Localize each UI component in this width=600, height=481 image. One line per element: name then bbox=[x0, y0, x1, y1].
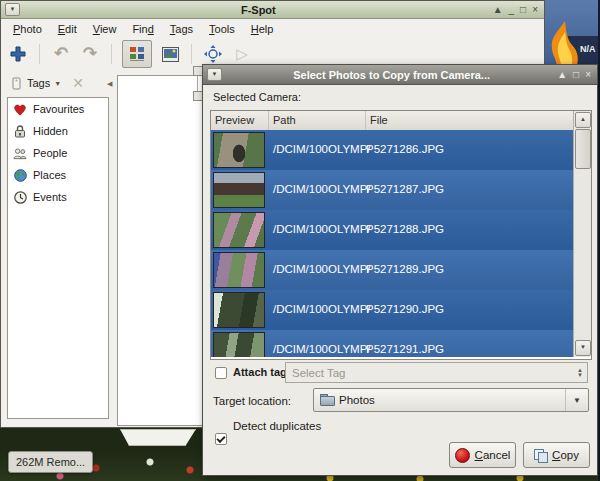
photo-file: P5271289.JPG bbox=[366, 263, 444, 275]
list-header: Preview Path File bbox=[211, 111, 573, 131]
photo-path: /DCIM/100OLYMP/ bbox=[273, 183, 371, 195]
main-window-titlebar[interactable]: ▼ F-Spot ▲ _ □ × bbox=[1, 1, 544, 19]
menu-tags[interactable]: Tags bbox=[164, 21, 199, 37]
column-header-path[interactable]: Path bbox=[269, 111, 366, 130]
target-location-value: Photos bbox=[335, 394, 565, 406]
select-tag-value: Select Tag bbox=[286, 367, 577, 379]
tags-selector-button[interactable]: Tags ▼ bbox=[7, 75, 64, 92]
scrollbar-thumb[interactable] bbox=[575, 129, 591, 169]
detect-duplicates-checkbox[interactable] bbox=[215, 433, 227, 445]
browse-view-button[interactable] bbox=[122, 40, 152, 68]
cancel-button[interactable]: Cancel bbox=[449, 442, 516, 468]
list-scrollbar[interactable]: ▲ ▼ bbox=[573, 111, 591, 357]
main-window-title: F-Spot bbox=[24, 4, 493, 16]
dialog-title: Select Photos to Copy from Camera... bbox=[226, 69, 557, 81]
menu-find[interactable]: Find bbox=[126, 21, 159, 37]
close-button[interactable]: × bbox=[585, 70, 591, 80]
dialog-titlebar[interactable]: ▼ Select Photos to Copy from Camera... ▲… bbox=[203, 65, 597, 85]
tags-sidebar: FavouritesHiddenPeoplePlacesEvents bbox=[7, 97, 109, 419]
copy-button[interactable]: Copy bbox=[523, 442, 590, 468]
delete-tag-button[interactable]: ✕ bbox=[72, 75, 84, 91]
redo-icon: ↷ bbox=[83, 45, 97, 63]
target-location-dropdown[interactable]: Photos ▼ bbox=[313, 388, 589, 412]
menu-edit[interactable]: Edit bbox=[52, 21, 83, 37]
sidebar-item-hidden[interactable]: Hidden bbox=[8, 120, 108, 142]
photo-file: P5271286.JPG bbox=[366, 143, 444, 155]
heart-icon bbox=[13, 102, 27, 116]
window-menu-button[interactable]: ▼ bbox=[207, 68, 222, 81]
desktop-widget-text: N/A bbox=[580, 44, 596, 54]
tag-icon bbox=[10, 77, 23, 90]
table-row[interactable]: /DCIM/100OLYMP/P5271290.JPG bbox=[211, 290, 573, 330]
minimize-button[interactable]: _ bbox=[509, 5, 515, 15]
add-photos-button[interactable] bbox=[7, 43, 29, 65]
globe-icon bbox=[13, 168, 27, 182]
column-header-file[interactable]: File bbox=[366, 111, 573, 130]
menu-tools[interactable]: Tools bbox=[203, 21, 241, 37]
sidebar-item-places[interactable]: Places bbox=[8, 164, 108, 186]
photo-thumbnail bbox=[213, 212, 265, 248]
triangle-down-icon: ▼ bbox=[212, 71, 218, 77]
photo-path: /DCIM/100OLYMP/ bbox=[273, 223, 371, 235]
edit-image-view-icon bbox=[162, 47, 179, 62]
maximize-button[interactable]: □ bbox=[520, 5, 526, 15]
clock-icon bbox=[13, 190, 27, 204]
maximize-button[interactable]: □ bbox=[573, 70, 579, 80]
photo-thumbnail bbox=[213, 172, 265, 208]
slideshow-button[interactable]: ▷ bbox=[231, 43, 253, 65]
close-button[interactable]: × bbox=[532, 5, 538, 15]
menu-photo[interactable]: Photo bbox=[7, 21, 48, 37]
photo-file: P5271287.JPG bbox=[366, 183, 444, 195]
shade-button[interactable]: ▲ bbox=[557, 70, 567, 80]
cancel-button-label: Cancel bbox=[475, 449, 511, 461]
target-location-label: Target location: bbox=[213, 395, 291, 407]
scroll-up-button[interactable]: ▲ bbox=[575, 112, 591, 128]
photo-path: /DCIM/100OLYMP/ bbox=[273, 303, 371, 315]
volume-taskbar-item[interactable]: 262M Remo... bbox=[8, 451, 93, 473]
menubar: PhotoEditViewFindTagsToolsHelp bbox=[1, 19, 550, 39]
edit-image-view-button[interactable] bbox=[159, 43, 181, 65]
photo-file: P5271288.JPG bbox=[366, 223, 444, 235]
wallpaper-greenhouse-shape bbox=[120, 429, 196, 446]
toolbar-separator bbox=[191, 44, 192, 64]
folder-icon bbox=[320, 394, 335, 406]
lock-icon bbox=[13, 124, 27, 138]
scroll-down-button[interactable]: ▼ bbox=[575, 340, 591, 356]
select-tag-combo[interactable]: Select Tag ▲▼ bbox=[285, 362, 588, 383]
photo-thumbnail bbox=[213, 292, 265, 328]
photo-thumbnail bbox=[213, 252, 265, 288]
undo-icon: ↶ bbox=[54, 45, 68, 63]
redo-button[interactable]: ↷ bbox=[79, 43, 101, 65]
menu-view[interactable]: View bbox=[87, 21, 123, 37]
photo-thumbnail bbox=[213, 332, 265, 357]
play-icon: ▷ bbox=[236, 45, 248, 63]
sidebar-item-favourites[interactable]: Favourites bbox=[8, 98, 108, 120]
sidebar-item-people[interactable]: People bbox=[8, 142, 108, 164]
table-row[interactable]: /DCIM/100OLYMP/P5271287.JPG bbox=[211, 170, 573, 210]
photo-list: Preview Path File /DCIM/100OLYMP/P527128… bbox=[210, 110, 592, 360]
sidebar-item-events[interactable]: Events bbox=[8, 186, 108, 208]
menu-help[interactable]: Help bbox=[245, 21, 280, 37]
table-row[interactable]: /DCIM/100OLYMP/P5271289.JPG bbox=[211, 250, 573, 290]
spinner-arrows-icon: ▲▼ bbox=[577, 368, 583, 378]
table-row[interactable]: /DCIM/100OLYMP/P5271288.JPG bbox=[211, 210, 573, 250]
sidebar-item-label: People bbox=[33, 147, 67, 159]
table-row[interactable]: /DCIM/100OLYMP/P5271291.JPG bbox=[211, 330, 573, 357]
collapse-pane-arrow[interactable]: ◀ bbox=[107, 80, 112, 88]
toolbar-separator bbox=[39, 44, 40, 64]
table-row[interactable]: /DCIM/100OLYMP/P5271286.JPG bbox=[211, 130, 573, 170]
window-menu-button[interactable]: ▼ bbox=[5, 3, 20, 16]
copy-icon bbox=[534, 449, 547, 462]
tags-panel-header: Tags ▼ ✕ bbox=[1, 69, 122, 97]
column-header-preview[interactable]: Preview bbox=[211, 111, 269, 130]
fullscreen-button[interactable] bbox=[202, 43, 224, 65]
toolbar-separator bbox=[111, 44, 112, 64]
copy-button-label: Copy bbox=[552, 449, 579, 461]
stop-icon bbox=[455, 448, 470, 463]
photo-path: /DCIM/100OLYMP/ bbox=[273, 263, 371, 275]
photo-path: /DCIM/100OLYMP/ bbox=[273, 343, 371, 355]
attach-tag-checkbox[interactable] bbox=[215, 367, 227, 379]
sidebar-item-label: Hidden bbox=[33, 125, 68, 137]
shade-button[interactable]: ▲ bbox=[493, 5, 503, 15]
undo-button[interactable]: ↶ bbox=[50, 43, 72, 65]
